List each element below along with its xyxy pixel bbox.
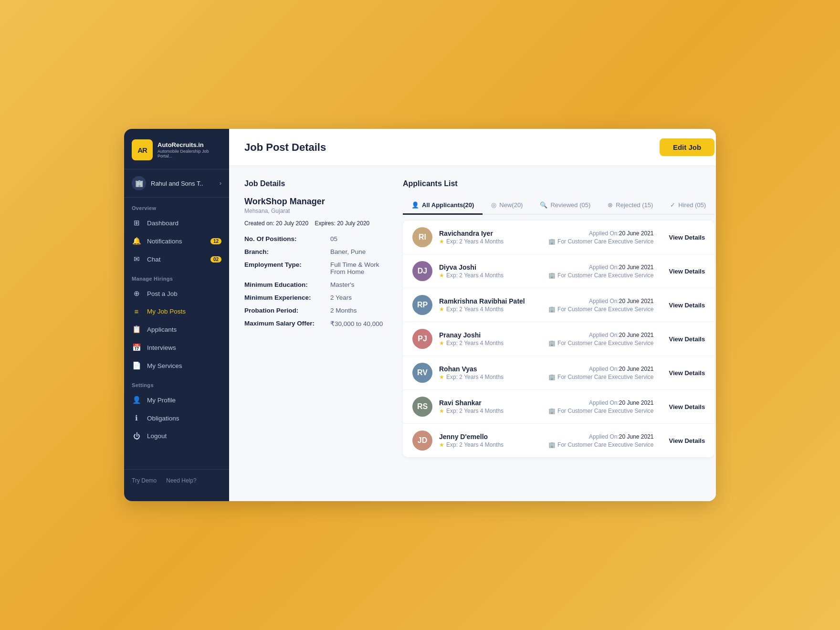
sidebar-item-chat[interactable]: ✉ Chat 02: [124, 250, 229, 268]
sidebar-item-label: My Profile: [147, 397, 176, 404]
view-details-button[interactable]: View Details: [669, 367, 705, 379]
sidebar-item-label: Interviews: [147, 344, 176, 351]
applicant-exp: ★ Exp: 2 Years 4 Months: [439, 441, 542, 448]
job-location: Mehsana, Gujarat: [244, 208, 388, 214]
obligations-icon: ℹ: [132, 414, 141, 422]
main-header: Job Post Details Edit Job: [229, 129, 716, 166]
view-details-button[interactable]: View Details: [669, 434, 705, 447]
services-icon: 📄: [132, 361, 141, 370]
sidebar-item-label: Logout: [147, 432, 167, 440]
sidebar-item-notifications[interactable]: 🔔 Notifications 12: [124, 232, 229, 250]
applicant-name: Ravi Shankar: [439, 399, 542, 407]
expires-value: 20 July 2020: [337, 220, 369, 227]
applicant-row: DJ Diyva Joshi ★ Exp: 2 Years 4 Months A…: [403, 254, 714, 288]
company-selector[interactable]: 🏢 Rahul and Sons T.. ›: [124, 169, 229, 198]
building-icon: 🏢: [548, 340, 556, 346]
tab-all-applicants[interactable]: 👤 All Applicants(20): [403, 197, 483, 215]
main-body: Job Details WorkShop Manager Mehsana, Gu…: [229, 166, 716, 501]
applicant-row: RS Ravi Shankar ★ Exp: 2 Years 4 Months …: [403, 390, 714, 424]
star-icon: ★: [439, 408, 444, 414]
view-details-button[interactable]: View Details: [669, 333, 705, 346]
building-icon: 🏢: [548, 408, 556, 414]
expires-label: Expires:: [315, 220, 335, 227]
view-details-button[interactable]: View Details: [669, 400, 705, 413]
tab-new[interactable]: ◎ New(20): [483, 197, 531, 215]
applicant-exp: ★ Exp: 2 Years 4 Months: [439, 374, 542, 380]
dashboard-icon: ⊞: [132, 219, 141, 227]
tab-rejected-label: Rejected (15): [616, 201, 653, 209]
positions-value: 05: [330, 235, 337, 242]
employment-value: Full Time & Work From Home: [330, 261, 388, 275]
for-service: 🏢 For Customer Care Executive Service: [548, 238, 653, 245]
for-service: 🏢 For Customer Care Executive Service: [548, 306, 653, 313]
star-icon: ★: [439, 374, 444, 380]
applicant-avatar: DJ: [412, 261, 432, 281]
building-icon: 🏢: [548, 374, 556, 380]
education-label: Minimum Education:: [244, 281, 330, 288]
applicant-meta: Applied On:20 June 2021 🏢 For Customer C…: [548, 230, 653, 245]
view-details-button[interactable]: View Details: [669, 299, 705, 312]
sidebar-item-post-job[interactable]: ⊕ Post a Job: [124, 284, 229, 303]
applicant-meta: Applied On:20 June 2021 🏢 For Customer C…: [548, 366, 653, 380]
chat-badge: 02: [210, 256, 221, 262]
applied-on-date: 20 June 2021: [619, 366, 654, 372]
edit-job-button[interactable]: Edit Job: [660, 138, 714, 156]
positions-label: No. Of Positions:: [244, 235, 330, 242]
view-details-button[interactable]: View Details: [669, 265, 705, 278]
sidebar-item-interviews[interactable]: 📅 Interviews: [124, 338, 229, 357]
sidebar-item-my-profile[interactable]: 👤 My Profile: [124, 391, 229, 409]
branch-row: Branch: Baner, Pune: [244, 248, 388, 255]
tab-hired[interactable]: ✓ Hired (05): [662, 197, 714, 215]
sidebar-item-label: Notifications: [147, 238, 182, 245]
profile-icon: 👤: [132, 396, 141, 404]
for-service: 🏢 For Customer Care Executive Service: [548, 408, 653, 414]
view-details-button[interactable]: View Details: [669, 231, 705, 244]
try-demo-link[interactable]: Try Demo: [132, 477, 157, 484]
education-value: Master's: [330, 281, 355, 288]
sidebar-item-label: My Services: [147, 362, 182, 369]
star-icon: ★: [439, 441, 444, 448]
job-dates: Created on: 20 July 2020 Expires: 20 Jul…: [244, 220, 388, 227]
probation-row: Probation Period: 2 Months: [244, 307, 388, 314]
applied-on-date: 20 June 2021: [619, 399, 654, 406]
sidebar-item-logout[interactable]: ⏻ Logout: [124, 427, 229, 445]
hired-icon: ✓: [670, 201, 675, 209]
sidebar-item-my-job-posts[interactable]: ≡ My Job Posts: [124, 303, 229, 320]
experience-row: Minimum Experience: 2 Years: [244, 294, 388, 301]
experience-value: 2 Years: [330, 294, 352, 301]
applied-on: Applied On:20 June 2021: [548, 433, 653, 440]
star-icon: ★: [439, 340, 444, 346]
tab-rejected[interactable]: ⊗ Rejected (15): [599, 197, 662, 215]
building-icon: 🏢: [548, 272, 556, 279]
logo-icon: AR: [132, 139, 153, 160]
tab-all-label: All Applicants(20): [422, 201, 474, 209]
applied-on-date: 20 June 2021: [619, 230, 654, 237]
manage-hirings-section-label: Manage Hirings: [124, 268, 229, 284]
applicant-info: Jenny D'emello ★ Exp: 2 Years 4 Months: [439, 433, 542, 448]
applicant-name: Ramkrishna Ravibhai Patel: [439, 297, 542, 305]
applied-on: Applied On:20 June 2021: [548, 332, 653, 338]
applicant-row: RV Rohan Vyas ★ Exp: 2 Years 4 Months Ap…: [403, 356, 714, 390]
applicant-exp: ★ Exp: 2 Years 4 Months: [439, 340, 542, 346]
rejected-icon: ⊗: [608, 201, 613, 209]
sidebar-item-label: Chat: [147, 256, 161, 263]
sidebar-item-dashboard[interactable]: ⊞ Dashboard: [124, 214, 229, 232]
applied-on-date: 20 June 2021: [619, 298, 654, 304]
need-help-link[interactable]: Need Help?: [166, 477, 196, 484]
applicant-meta: Applied On:20 June 2021 🏢 For Customer C…: [548, 298, 653, 313]
sidebar-item-my-services[interactable]: 📄 My Services: [124, 357, 229, 375]
sidebar-item-obligations[interactable]: ℹ Obligations: [124, 409, 229, 427]
building-icon: 🏢: [548, 441, 556, 448]
applied-on-date: 20 June 2021: [619, 264, 654, 271]
experience-label: Minimum Experience:: [244, 294, 330, 301]
sidebar-item-label: My Job Posts: [147, 308, 186, 315]
app-container: AR AutoRecruits.in Automobile Dealership…: [124, 129, 716, 501]
salary-label: Maximum Salary Offer:: [244, 320, 330, 327]
probation-label: Probation Period:: [244, 307, 330, 314]
sidebar-item-applicants[interactable]: 📋 Applicants: [124, 320, 229, 338]
for-service: 🏢 For Customer Care Executive Service: [548, 374, 653, 380]
chevron-right-icon: ›: [220, 180, 221, 187]
tab-reviewed[interactable]: 🔍 Reviewed (05): [531, 197, 599, 215]
app-tagline: Automobile Dealership Job Portal...: [158, 149, 221, 158]
sidebar-logo: AR AutoRecruits.in Automobile Dealership…: [124, 129, 229, 169]
